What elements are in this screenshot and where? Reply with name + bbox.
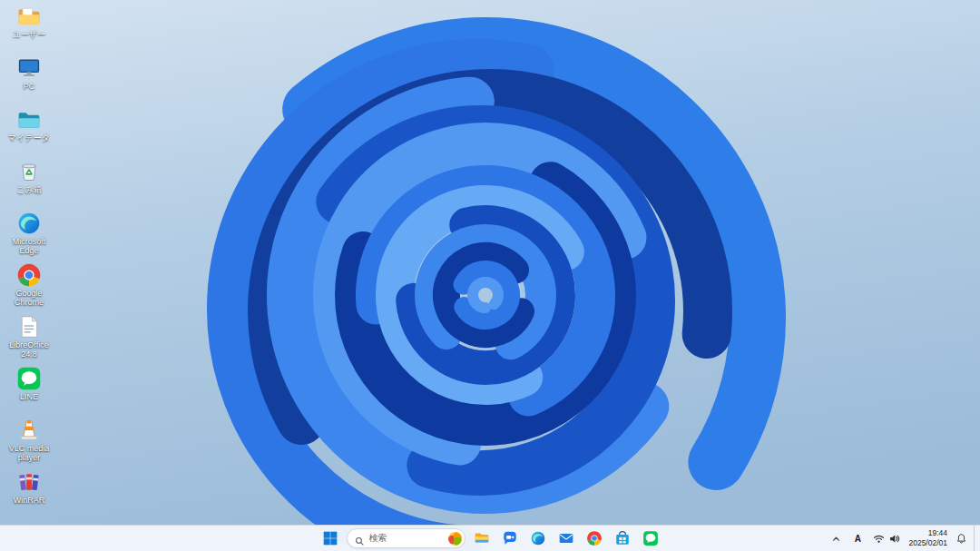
clock-time: 19:44 (908, 528, 947, 538)
store-icon (614, 530, 631, 546)
vlc-icon (16, 418, 42, 443)
ime-mode-label: A (851, 534, 864, 544)
desktop-icon-label: VLC media player (3, 444, 55, 463)
search-icon (355, 534, 365, 544)
system-tray: A 19:44 2025/02/01 (828, 526, 978, 551)
chrome-icon (16, 262, 42, 288)
desktop: ユーザー PC マイデータ ごみ箱 Microsoft Edge (0, 0, 980, 551)
edge-icon (16, 211, 42, 236)
desktop-icon-line[interactable]: LINE (2, 366, 56, 418)
mail-icon (558, 530, 574, 546)
taskbar-app-file-explorer[interactable] (470, 527, 494, 549)
user-folder-icon (16, 4, 42, 29)
desktop-icon-recycle-bin[interactable]: ごみ箱 (2, 159, 56, 211)
show-desktop-button[interactable] (974, 526, 978, 551)
clock[interactable]: 19:44 2025/02/01 (906, 528, 949, 548)
search-input[interactable]: 検索 (347, 528, 466, 548)
desktop-icon-vlc[interactable]: VLC media player (2, 418, 56, 469)
desktop-icon-label: LINE (20, 392, 38, 401)
desktop-icon-libreoffice[interactable]: LibreOffice 24.8 (2, 314, 56, 366)
pc-monitor-icon (16, 55, 42, 81)
chevron-up-icon (830, 533, 842, 545)
chat-icon (502, 530, 518, 546)
taskbar-app-line[interactable] (639, 527, 662, 549)
desktop-icon-label: PC (24, 82, 35, 91)
desktop-icon-chrome[interactable]: Google Chrome (2, 262, 56, 314)
winrar-icon (16, 469, 42, 495)
bell-icon (956, 533, 967, 545)
start-button[interactable] (318, 527, 342, 549)
wallpaper-bloom (0, 0, 980, 551)
desktop-icon-my-data[interactable]: マイデータ (2, 107, 56, 159)
ime-indicator[interactable]: A (848, 527, 867, 549)
desktop-icon-label: WinRAR (14, 496, 45, 505)
desktop-icon-edge[interactable]: Microsoft Edge (2, 211, 56, 262)
chrome-icon (586, 530, 603, 546)
desktop-icon-grid: ユーザー PC マイデータ ごみ箱 Microsoft Edge (2, 4, 56, 521)
desktop-icon-label: Google Chrome (3, 289, 55, 308)
desktop-icon-user-files[interactable]: ユーザー (2, 4, 56, 55)
data-folder-icon (16, 107, 42, 133)
volume-icon (888, 533, 900, 545)
notification-center-button[interactable] (953, 527, 970, 549)
clock-date: 2025/02/01 (908, 538, 947, 548)
taskbar: 検索 (0, 525, 980, 551)
desktop-icon-label: Microsoft Edge (3, 237, 55, 256)
search-highlight-icon (448, 532, 462, 546)
line-icon (642, 530, 659, 546)
file-explorer-icon (474, 530, 490, 546)
desktop-icon-label: ユーザー (13, 30, 45, 39)
desktop-icon-label: ごみ箱 (16, 185, 41, 194)
document-icon (16, 314, 42, 339)
desktop-icon-winrar[interactable]: WinRAR (2, 469, 56, 521)
network-icon (873, 533, 885, 545)
windows-logo-icon (322, 530, 338, 546)
network-volume-button[interactable] (870, 527, 903, 549)
tray-overflow-button[interactable] (828, 527, 845, 549)
edge-icon (530, 530, 546, 546)
desktop-icon-label: LibreOffice 24.8 (3, 340, 55, 359)
taskbar-app-mail[interactable] (554, 527, 578, 549)
taskbar-app-chrome[interactable] (583, 527, 606, 549)
recycle-bin-icon (16, 159, 42, 184)
line-icon (16, 366, 42, 391)
desktop-icon-pc[interactable]: PC (2, 55, 56, 107)
taskbar-app-edge[interactable] (526, 527, 550, 549)
taskbar-app-store[interactable] (611, 527, 634, 549)
desktop-icon-label: マイデータ (8, 133, 50, 143)
taskbar-app-chat[interactable] (498, 527, 522, 549)
search-placeholder: 検索 (369, 532, 444, 545)
